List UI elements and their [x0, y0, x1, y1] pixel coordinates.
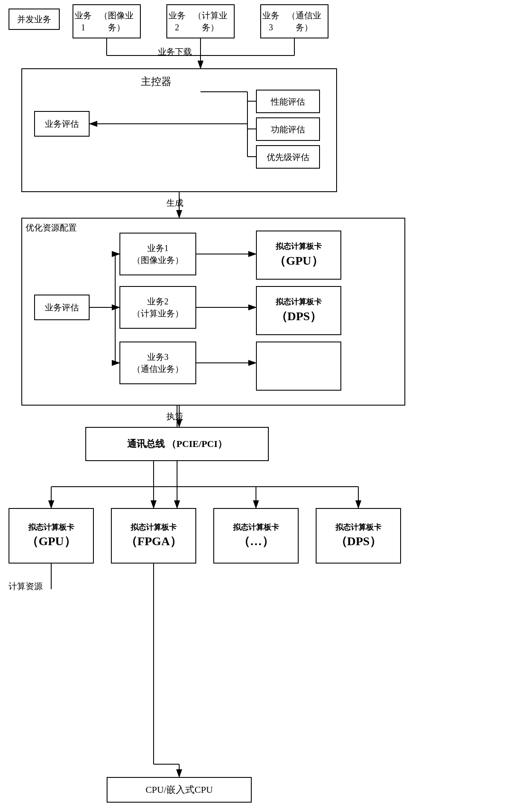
- biz1-box: 业务1 （图像业务）: [73, 4, 141, 38]
- s2-card-dps: 拟态计算板卡 （DPS）: [256, 286, 341, 335]
- func-eval-box: 功能评估: [256, 117, 320, 141]
- diagram-container: 并发业务 业务1 （图像业务） 业务2 （计算业务） 业务3 （通信业务） 业务…: [0, 0, 529, 812]
- s2-card-empty: [256, 342, 341, 391]
- optimize-resource-label: 优化资源配置: [26, 222, 77, 234]
- biz3-box: 业务3 （通信业务）: [260, 4, 328, 38]
- bus-box: 通讯总线 （PCIE/PCI）: [85, 427, 269, 461]
- generate-label: 生成: [166, 197, 183, 209]
- execute-label: 执策: [166, 411, 183, 422]
- master-controller-label: 主控器: [141, 75, 171, 88]
- bottom-card-dps: 拟态计算板卡 （DPS）: [316, 508, 401, 564]
- biz2-box: 业务2 （计算业务）: [166, 4, 235, 38]
- bottom-card-fpga: 拟态计算板卡 （FPGA）: [111, 508, 196, 564]
- s2-biz1-box: 业务1 （图像业务）: [119, 233, 196, 275]
- priority-eval-box: 优先级评估: [256, 145, 320, 169]
- compute-resource-label: 计算资源: [9, 581, 43, 592]
- download-label: 业务下载: [158, 46, 192, 58]
- bottom-card-misc: 拟态计算板卡 （…）: [213, 508, 299, 564]
- cpu-box: CPU/嵌入式CPU: [107, 777, 252, 803]
- concurrent-biz-label: 并发业务: [9, 9, 60, 30]
- biz-eval-box-s2: 业务评估: [34, 295, 90, 320]
- bottom-card-gpu: 拟态计算板卡 （GPU）: [9, 508, 94, 564]
- s2-biz2-box: 业务2 （计算业务）: [119, 286, 196, 329]
- s2-biz3-box: 业务3 （通信业务）: [119, 342, 196, 384]
- biz-eval-box-s1: 业务评估: [34, 111, 90, 137]
- perf-eval-box: 性能评估: [256, 90, 320, 113]
- s2-card-gpu: 拟态计算板卡 （GPU）: [256, 231, 341, 280]
